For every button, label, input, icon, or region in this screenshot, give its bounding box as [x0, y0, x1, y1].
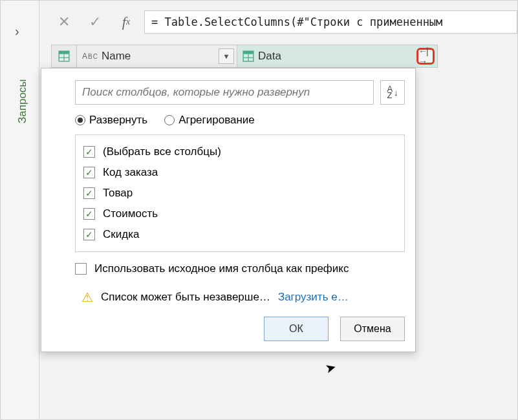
check-label: Стоимость — [103, 207, 158, 220]
radio-unchecked-icon — [164, 115, 175, 125]
warning-row: ⚠ Список может быть незаверше… Загрузить… — [75, 289, 405, 305]
column-header-name[interactable]: ABC Name ▼ — [77, 45, 237, 68]
check-label: Товар — [103, 187, 133, 200]
formula-accept-icon[interactable]: ✓ — [82, 10, 108, 34]
radio-checked-icon — [75, 115, 85, 125]
use-prefix-row[interactable]: ✓ Использовать исходное имя столбца как … — [75, 262, 405, 275]
checkbox-checked-icon: ✓ — [83, 229, 95, 240]
checkbox-checked-icon: ✓ — [83, 208, 95, 220]
radio-aggregate[interactable]: Агрегирование — [164, 114, 255, 127]
radio-expand-label: Развернуть — [89, 114, 147, 127]
chevron-right-icon: › — [15, 24, 19, 39]
warning-text: Список может быть незаверше… — [101, 291, 270, 304]
radio-expand[interactable]: Развернуть — [75, 114, 147, 127]
expand-columns-popup: AZ ↓ Развернуть Агрегирование ✓ (Выбрать… — [41, 68, 416, 352]
cancel-button[interactable]: Отмена — [340, 317, 405, 341]
check-label: Скидка — [103, 228, 139, 241]
check-item[interactable]: ✓ Товар — [83, 183, 396, 204]
queries-pane-collapsed[interactable]: › Запросы — [1, 1, 39, 419]
column-headers: ABC Name ▼ Data ←|→ — [51, 45, 517, 68]
check-item[interactable]: ✓ Скидка — [83, 224, 396, 245]
radio-aggregate-label: Агрегирование — [178, 114, 255, 127]
load-more-link[interactable]: Загрузить е… — [278, 291, 349, 304]
sort-az-icon: AZ — [387, 86, 393, 99]
formula-cancel-icon[interactable]: ✕ — [51, 10, 77, 34]
check-item[interactable]: ✓ Стоимость — [83, 204, 396, 224]
editor-surface: › Запросы ✕ ✓ fx = Table.SelectColumns(#… — [0, 0, 518, 420]
expand-column-button[interactable]: ←|→ — [416, 48, 435, 65]
table-icon — [58, 50, 70, 62]
expand-icon: ←|→ — [418, 46, 433, 67]
columns-checklist: ✓ (Выбрать все столбцы) ✓ Код заказа ✓ Т… — [75, 134, 405, 252]
check-item[interactable]: ✓ Код заказа — [83, 162, 396, 183]
check-item-all[interactable]: ✓ (Выбрать все столбцы) — [83, 142, 396, 162]
formula-input[interactable]: = Table.SelectColumns(#"Строки с примене… — [144, 10, 517, 34]
checkbox-unchecked-icon: ✓ — [75, 263, 87, 275]
column-name-filter-dropdown[interactable]: ▼ — [219, 48, 234, 64]
fx-icon[interactable]: fx — [113, 10, 139, 34]
formula-text: = Table.SelectColumns(#"Строки с примене… — [151, 16, 442, 28]
mode-radio-group: Развернуть Агрегирование — [75, 114, 405, 127]
checkbox-checked-icon: ✓ — [83, 187, 95, 199]
warning-icon: ⚠ — [81, 289, 93, 305]
text-type-icon: ABC — [82, 52, 98, 61]
check-label: Код заказа — [103, 166, 158, 179]
search-columns-input[interactable] — [75, 80, 374, 105]
formula-bar: ✕ ✓ fx = Table.SelectColumns(#"Строки с … — [51, 8, 517, 36]
column-header-data[interactable]: Data ←|→ — [237, 45, 438, 68]
use-prefix-label: Использовать исходное имя столбца как пр… — [94, 262, 349, 275]
dialog-buttons: ОК Отмена — [75, 317, 405, 341]
column-data-label: Data — [258, 50, 281, 63]
checkbox-checked-icon: ✓ — [83, 146, 95, 158]
sort-arrow-icon: ↓ — [394, 88, 398, 98]
sort-columns-button[interactable]: AZ ↓ — [380, 80, 405, 105]
ok-button[interactable]: ОК — [264, 317, 329, 341]
queries-pane-label: Запросы — [16, 79, 29, 123]
column-name-label: Name — [102, 50, 131, 63]
select-all-corner[interactable] — [51, 45, 77, 68]
check-label: (Выбрать все столбцы) — [103, 145, 221, 158]
ok-label: ОК — [289, 323, 303, 335]
cancel-label: Отмена — [354, 323, 391, 335]
table-type-icon — [243, 50, 254, 62]
checkbox-checked-icon: ✓ — [83, 167, 95, 178]
